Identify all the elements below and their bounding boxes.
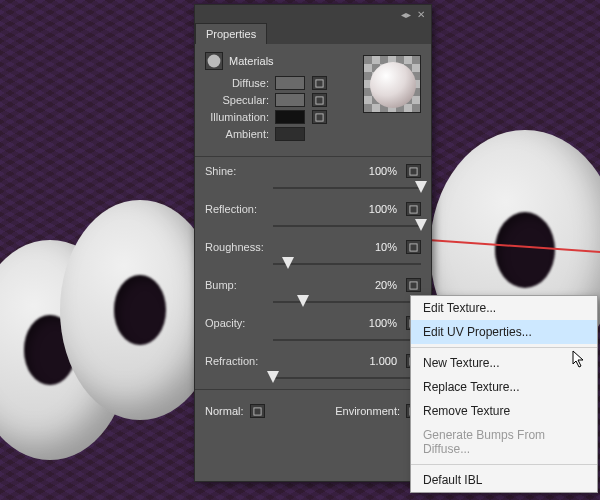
svg-rect-3 (316, 113, 323, 120)
opacity-row: Opacity: 100% (195, 313, 431, 333)
svg-rect-2 (316, 96, 323, 103)
ambient-label: Ambient: (205, 128, 275, 140)
bump-value[interactable]: 20% (357, 279, 397, 291)
shine-row: Shine: 100% (195, 161, 431, 181)
menu-new-texture[interactable]: New Texture... (411, 351, 597, 375)
diffuse-texture-icon[interactable] (312, 76, 327, 90)
sliders-group: Shine: 100% Reflection: 100% Roughness: … (195, 161, 431, 385)
menu-separator (411, 464, 597, 465)
roughness-row: Roughness: 10% (195, 237, 431, 257)
svg-rect-7 (410, 281, 417, 288)
reflection-value[interactable]: 100% (357, 203, 397, 215)
environment-label: Environment: (335, 405, 400, 417)
illumination-swatch[interactable] (275, 110, 305, 124)
specular-label: Specular: (205, 94, 275, 106)
divider (195, 389, 431, 390)
tab-properties[interactable]: Properties (195, 23, 267, 44)
context-menu: Edit Texture... Edit UV Properties... Ne… (410, 295, 598, 493)
illumination-label: Illumination: (205, 111, 275, 123)
normal-texture-icon[interactable] (250, 404, 265, 418)
reflection-row: Reflection: 100% (195, 199, 431, 219)
specular-texture-icon[interactable] (312, 93, 327, 107)
materials-icon (205, 52, 223, 70)
panel-tabs: Properties (195, 23, 431, 44)
normal-label: Normal: (205, 405, 244, 417)
menu-edit-uv[interactable]: Edit UV Properties... (411, 320, 597, 344)
reflection-label: Reflection: (205, 203, 273, 215)
opacity-slider[interactable] (273, 333, 421, 347)
shine-texture-icon[interactable] (406, 164, 421, 178)
menu-edit-texture[interactable]: Edit Texture... (411, 296, 597, 320)
roughness-label: Roughness: (205, 241, 273, 253)
properties-panel: ◂▸ ✕ Properties Materials Diffuse: Specu… (194, 4, 432, 482)
ambient-row: Ambient: (205, 127, 421, 141)
opacity-label: Opacity: (205, 317, 273, 329)
diffuse-swatch[interactable] (275, 76, 305, 90)
svg-rect-1 (316, 79, 323, 86)
menu-remove-texture[interactable]: Remove Texture (411, 399, 597, 423)
close-icon[interactable]: ✕ (417, 9, 425, 20)
roughness-slider[interactable] (273, 257, 421, 271)
svg-point-0 (208, 55, 221, 68)
section-title: Materials (229, 55, 274, 67)
refraction-slider[interactable] (273, 371, 421, 385)
bump-row: Bump: 20% (195, 275, 431, 295)
shine-value[interactable]: 100% (357, 165, 397, 177)
ambient-swatch[interactable] (275, 127, 305, 141)
shine-label: Shine: (205, 165, 273, 177)
roughness-value[interactable]: 10% (357, 241, 397, 253)
bump-texture-icon[interactable] (406, 278, 421, 292)
svg-rect-10 (253, 407, 260, 414)
roughness-texture-icon[interactable] (406, 240, 421, 254)
material-preview[interactable] (363, 55, 421, 113)
reflection-texture-icon[interactable] (406, 202, 421, 216)
materials-section: Materials Diffuse: Specular: Illuminatio… (195, 44, 431, 152)
refraction-value[interactable]: 1.000 (357, 355, 397, 367)
svg-rect-6 (410, 243, 417, 250)
refraction-label: Refraction: (205, 355, 273, 367)
refraction-row: Refraction: 1.000 (195, 351, 431, 371)
shine-slider[interactable] (273, 181, 421, 195)
reflection-slider[interactable] (273, 219, 421, 233)
menu-default-ibl[interactable]: Default IBL (411, 468, 597, 492)
menu-gen-bumps: Generate Bumps From Diffuse... (411, 423, 597, 461)
bump-slider[interactable] (273, 295, 421, 309)
bump-label: Bump: (205, 279, 273, 291)
svg-rect-5 (410, 205, 417, 212)
specular-swatch[interactable] (275, 93, 305, 107)
divider (195, 156, 431, 157)
illumination-texture-icon[interactable] (312, 110, 327, 124)
opacity-value[interactable]: 100% (357, 317, 397, 329)
diffuse-label: Diffuse: (205, 77, 275, 89)
menu-replace-texture[interactable]: Replace Texture... (411, 375, 597, 399)
menu-separator (411, 347, 597, 348)
collapse-icon[interactable]: ◂▸ (401, 9, 411, 20)
svg-rect-4 (410, 167, 417, 174)
panel-title-bar: ◂▸ ✕ (195, 5, 431, 23)
bottom-row: Normal: Environment: (195, 394, 431, 428)
